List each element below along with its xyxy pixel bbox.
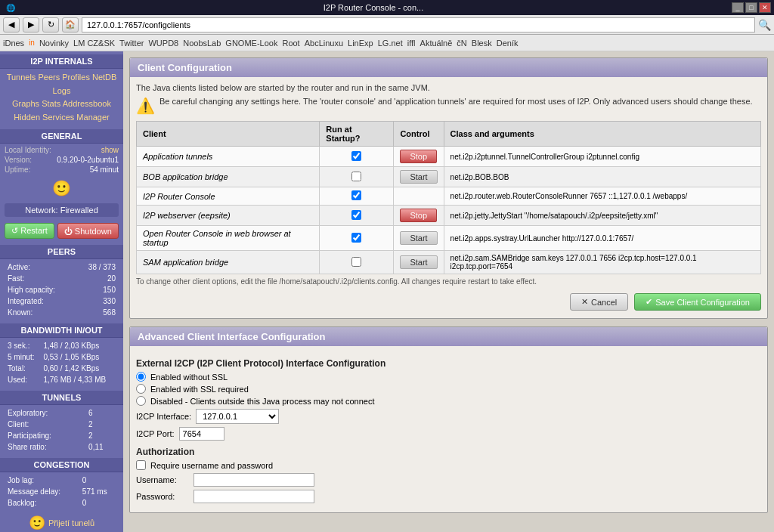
home-button[interactable]: 🏠	[62, 17, 79, 32]
startup-checkbox[interactable]	[351, 172, 361, 181]
bookmark-linexp[interactable]: LinExp	[348, 39, 373, 48]
window-chrome: 🌐 I2P Router Console - con... _ □ ✕	[0, 0, 774, 15]
username-input[interactable]	[194, 473, 314, 487]
table-row: 3 sek.:1,48 / 2,03 KBps	[6, 341, 117, 351]
radio-ssl-required-input[interactable]	[136, 384, 146, 394]
peers-table: Active:38 / 373 Fast:20 High capacity:15…	[0, 259, 123, 320]
start-button[interactable]: Start	[400, 255, 437, 269]
control-cell	[394, 187, 444, 206]
col-client: Client	[137, 122, 320, 147]
bookmark-idnes[interactable]: iDnes	[3, 39, 24, 48]
bookmark-denik[interactable]: Deník	[497, 39, 519, 48]
table-row: 5 minut:0,53 / 1,05 KBps	[6, 352, 117, 362]
sidebar-profiles-link[interactable]: Profiles	[62, 73, 90, 82]
table-row: High capacity:150	[6, 285, 117, 295]
sidebar-stats-link[interactable]: Stats	[42, 99, 63, 108]
client-name-cell: Open Router Console in web browser at st…	[137, 226, 320, 251]
bookmark-blesk[interactable]: Blesk	[472, 39, 492, 48]
radio-ssl-none[interactable]: Disabled - Clients outside this Java pro…	[136, 396, 761, 406]
url-bar[interactable]	[82, 17, 755, 32]
password-input[interactable]	[194, 490, 314, 503]
sidebar-internals-title: I2P INTERNALS	[0, 54, 123, 69]
auth-checkbox[interactable]	[136, 460, 146, 470]
close-button[interactable]: ✕	[759, 2, 771, 13]
radio-ssl-disabled[interactable]: Enabled without SSL	[136, 372, 761, 382]
startup-checkbox-cell	[320, 147, 394, 167]
sidebar-logs-link[interactable]: Logs	[53, 86, 71, 95]
col-control: Control	[394, 122, 444, 147]
startup-checkbox[interactable]	[351, 210, 361, 220]
browser-toolbar: ◀ ▶ ↻ 🏠 🔍	[0, 15, 774, 35]
control-cell: Stop	[394, 206, 444, 226]
stop-button[interactable]: Stop	[400, 209, 437, 222]
sidebar-tunnels-link[interactable]: Tunnels	[7, 73, 36, 82]
window-title: I2P Router Console - con...	[15, 3, 732, 12]
startup-checkbox-cell	[320, 167, 394, 187]
bookmark-cn[interactable]: čN	[457, 39, 466, 48]
start-button[interactable]: Start	[400, 231, 437, 245]
sidebar-bandwidth-title: BANDWIDTH IN/OUT	[0, 323, 123, 338]
table-row: I2P Router Consolenet.i2p.router.web.Rou…	[137, 187, 761, 206]
bookmark-aktualne[interactable]: Aktuálně	[420, 39, 453, 48]
sidebar-hiddenservices-link[interactable]: Hidden Services Manager	[14, 113, 110, 122]
bookmark-lm[interactable]: LM CZ&SK	[73, 39, 115, 48]
password-row: Password:	[136, 490, 761, 503]
radio-ssl-disabled-input[interactable]	[136, 372, 146, 382]
i2cp-interface-row: I2CP Interface: 127.0.0.1 0.0.0.0	[136, 409, 761, 424]
bookmark-abclinux[interactable]: AbcLinuxu	[305, 39, 343, 48]
restart-button[interactable]: ↺ Restart	[5, 223, 54, 239]
startup-checkbox[interactable]	[351, 257, 361, 267]
sidebar-peers-title: PEERS	[0, 245, 123, 259]
start-button[interactable]: Start	[400, 170, 437, 184]
tunnels-table: Exploratory:6 Client:2 Participating:2 S…	[0, 405, 123, 455]
i2cp-port-input[interactable]	[179, 427, 224, 441]
i2cp-section-title: External I2CP (I2P Client Protocol) Inte…	[136, 358, 761, 369]
radio-ssl-none-label: Disabled - Clients outside this Java pro…	[150, 397, 375, 406]
maximize-button[interactable]: □	[745, 2, 757, 13]
startup-checkbox[interactable]	[351, 233, 361, 243]
tunnels-acceptance-link: 🙂 Přijetí tunelů	[0, 511, 123, 532]
class-args-cell: net.i2p.i2ptunnel.TunnelControllerGroup …	[444, 147, 760, 167]
startup-checkbox[interactable]	[351, 151, 361, 161]
table-row: SAM application bridgeStartnet.i2p.sam.S…	[137, 251, 761, 274]
back-button[interactable]: ◀	[3, 17, 20, 32]
stop-button[interactable]: Stop	[400, 150, 437, 163]
table-row: Known:568	[6, 308, 117, 317]
sidebar-addressbook-link[interactable]: Addressbook	[63, 99, 111, 108]
action-buttons: ✕ Cancel ✔ Save Client Configuration	[136, 289, 761, 312]
password-label: Password:	[136, 492, 189, 501]
bookmark-lgnet[interactable]: LG.net	[378, 39, 403, 48]
bookmark-wupd8[interactable]: WUPD8	[148, 39, 178, 48]
radio-ssl-required[interactable]: Enabled with SSL required	[136, 384, 761, 394]
bookmark-novinky[interactable]: Novinky	[39, 39, 69, 48]
i2cp-interface-select[interactable]: 127.0.0.1 0.0.0.0	[196, 409, 279, 424]
control-cell: Start	[394, 167, 444, 187]
save-config-button[interactable]: ✔ Save Client Configuration	[634, 293, 761, 311]
radio-ssl-required-label: Enabled with SSL required	[150, 385, 249, 394]
bookmark-twitter[interactable]: Twitter	[119, 39, 144, 48]
congestion-table: Job lag:0 Message delay:571 ms Backlog:0	[0, 472, 123, 511]
acceptance-link[interactable]: Přijetí tunelů	[48, 518, 94, 527]
control-cell: Start	[394, 251, 444, 274]
save-label: Save Client Configuration	[655, 298, 750, 307]
minimize-button[interactable]: _	[732, 2, 744, 13]
avatar-icon: 🙂	[0, 176, 123, 200]
table-row: Integrated:330	[6, 296, 117, 306]
client-config-panel-header: Client Configuration	[130, 58, 767, 77]
bookmark-root[interactable]: Root	[282, 39, 299, 48]
radio-ssl-none-input[interactable]	[136, 396, 146, 406]
bookmark-gnome[interactable]: GNOME-Look	[225, 39, 277, 48]
window-controls[interactable]: _ □ ✕	[732, 2, 771, 13]
cancel-button[interactable]: ✕ Cancel	[570, 293, 628, 311]
save-icon: ✔	[646, 297, 652, 307]
forward-button[interactable]: ▶	[23, 17, 39, 32]
refresh-button[interactable]: ↻	[42, 17, 59, 32]
shutdown-button[interactable]: ⏻ Shutdown	[57, 223, 119, 239]
startup-checkbox[interactable]	[351, 190, 361, 200]
sidebar-graphs-link[interactable]: Graphs	[12, 99, 39, 108]
sidebar-netdb-link[interactable]: NetDB	[92, 73, 116, 82]
local-identity-link[interactable]: show	[101, 146, 119, 154]
sidebar-peers-link[interactable]: Peers	[38, 73, 62, 82]
bookmark-iffl[interactable]: iffl	[407, 39, 416, 48]
bookmark-noobslab[interactable]: NoobsLab	[183, 39, 221, 48]
